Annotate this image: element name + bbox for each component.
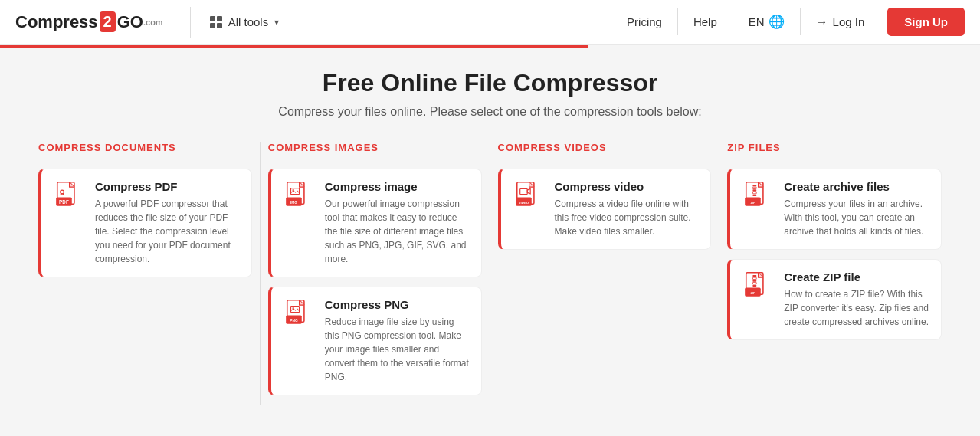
tool-card-compress-video[interactable]: VIDEO Compress video Compress a video fi… — [498, 169, 712, 250]
tool-info-compress-pdf: Compress PDF A powerful PDF compressor t… — [95, 180, 241, 266]
login-button[interactable]: → Log In — [801, 15, 880, 29]
section-header-zip: ZIP FILES — [727, 142, 942, 159]
svg-text:IMG: IMG — [290, 201, 297, 205]
svg-text:ZIP: ZIP — [751, 291, 755, 295]
section-compress-documents: COMPRESS DOCUMENTS PDF Compress PDF — [31, 142, 261, 405]
nav-links: Pricing Help EN 🌐 → Log In Sign Up — [611, 8, 965, 36]
main-content: Free Online File Compressor Compress you… — [0, 46, 980, 420]
logo[interactable]: Compress2GO.com — [15, 11, 163, 32]
zip-icon: ZIP — [741, 270, 773, 303]
svg-rect-33 — [753, 285, 757, 287]
tool-desc-create-archive: Compress your files in an archive. With … — [784, 197, 930, 238]
logo-badge: 2 — [100, 11, 116, 32]
all-tools-button[interactable]: All tools ▾ — [202, 11, 287, 33]
section-header-images: COMPRESS IMAGES — [268, 142, 482, 159]
tool-card-compress-pdf[interactable]: PDF Compress PDF A powerful PDF compress… — [38, 169, 252, 277]
section-compress-videos: COMPRESS VIDEOS VIDEO Compress video — [490, 142, 720, 405]
svg-rect-31 — [753, 280, 757, 281]
lang-label: EN — [749, 15, 765, 28]
globe-icon: 🌐 — [769, 14, 785, 30]
svg-rect-29 — [753, 275, 757, 277]
header-divider-left — [190, 7, 191, 38]
logo-text-compress: Compress — [15, 12, 98, 32]
video-icon: VIDEO — [512, 180, 544, 212]
tool-title-compress-png: Compress PNG — [325, 298, 470, 311]
help-link[interactable]: Help — [678, 15, 733, 28]
tool-info-create-zip: Create ZIP file How to create a ZIP file… — [784, 270, 930, 329]
svg-text:ZIP: ZIP — [751, 201, 755, 205]
section-header-videos: COMPRESS VIDEOS — [498, 142, 712, 159]
svg-rect-25 — [753, 195, 757, 196]
tool-card-compress-png[interactable]: PNG Compress PNG Reduce image file size … — [268, 287, 482, 395]
tool-card-create-archive[interactable]: ZIP Create archive files Compress your f… — [727, 169, 942, 250]
pricing-link[interactable]: Pricing — [611, 15, 677, 28]
grid-icon — [210, 16, 222, 28]
svg-rect-23 — [753, 189, 757, 191]
tool-info-compress-image: Compress image Our powerful image compre… — [325, 180, 470, 266]
tool-card-compress-image[interactable]: IMG Compress image Our powerful image co… — [268, 169, 482, 277]
page-subtitle: Compress your files online. Please selec… — [31, 105, 949, 119]
tool-title-create-archive: Create archive files — [784, 180, 930, 193]
svg-text:VIDEO: VIDEO — [518, 201, 529, 205]
tool-title-compress-video: Compress video — [555, 180, 700, 193]
pdf-icon: PDF — [52, 180, 84, 212]
tool-desc-compress-pdf: A powerful PDF compressor that reduces t… — [95, 197, 241, 266]
tool-info-compress-video: Compress video Compress a video file onl… — [555, 180, 700, 238]
tool-info-create-archive: Create archive files Compress your files… — [784, 180, 930, 238]
image-icon: IMG — [282, 180, 314, 212]
header: Compress2GO.com All tools ▾ Pricing Help… — [0, 0, 980, 46]
tool-title-compress-pdf: Compress PDF — [95, 180, 241, 193]
chevron-down-icon: ▾ — [274, 17, 279, 28]
all-tools-label: All tools — [228, 15, 269, 28]
language-button[interactable]: EN 🌐 — [733, 14, 800, 30]
tool-title-create-zip: Create ZIP file — [784, 270, 930, 284]
login-arrow-icon: → — [816, 15, 828, 29]
sections-grid: COMPRESS DOCUMENTS PDF Compress PDF — [31, 142, 949, 405]
tool-desc-compress-image: Our powerful image compression tool that… — [325, 197, 470, 266]
login-label: Log In — [833, 15, 865, 28]
svg-text:PDF: PDF — [59, 199, 69, 205]
svg-rect-21 — [753, 185, 757, 186]
tool-desc-compress-video: Compress a video file online with this f… — [555, 197, 700, 238]
tool-desc-create-zip: How to create a ZIP file? With this ZIP … — [784, 287, 930, 329]
archive-icon: ZIP — [741, 180, 773, 212]
tool-title-compress-image: Compress image — [325, 180, 470, 193]
signup-button[interactable]: Sign Up — [887, 8, 965, 36]
png-icon: PNG — [282, 298, 314, 330]
logo-text-go: GO — [117, 12, 143, 32]
tool-desc-compress-png: Reduce image file size by using this PNG… — [325, 315, 470, 384]
svg-text:PNG: PNG — [290, 319, 298, 323]
section-header-documents: COMPRESS DOCUMENTS — [38, 142, 252, 159]
section-zip-files: ZIP FILES ZIP — [719, 142, 949, 405]
tool-info-compress-png: Compress PNG Reduce image file size by u… — [325, 298, 470, 384]
page-title: Free Online File Compressor — [31, 69, 949, 97]
logo-text-com: .com — [143, 18, 163, 27]
section-compress-images: COMPRESS IMAGES IMG Compress im — [261, 142, 490, 405]
tool-card-create-zip[interactable]: ZIP Create ZIP file How to create a ZIP … — [727, 259, 942, 340]
